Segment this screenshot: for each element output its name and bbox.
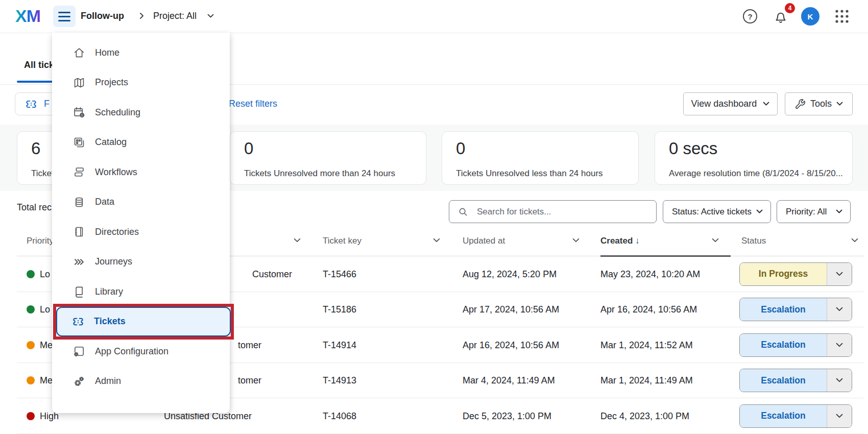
column-header-status[interactable]: Status	[741, 236, 766, 246]
menu-item-directories[interactable]: Directories	[52, 217, 230, 247]
ticket-icon	[25, 98, 38, 111]
menu-item-workflows[interactable]: Workflows	[52, 157, 230, 187]
top-bar: XM Follow-up Project: All ? 4 K	[0, 0, 868, 33]
ticket-name-cell: tomer	[238, 375, 261, 386]
menu-item-projects[interactable]: Projects	[52, 68, 230, 98]
priority-filter-dropdown[interactable]: Priority: All	[777, 200, 851, 223]
total-records-label: Total rec	[17, 202, 52, 213]
status-filter-dropdown[interactable]: Status: Active tickets	[663, 200, 771, 223]
stat-value: 0 secs	[669, 139, 717, 158]
chevron-down-icon[interactable]	[827, 405, 852, 427]
status-dropdown[interactable]: Escalation	[739, 333, 852, 357]
column-menu-chevron-icon[interactable]	[712, 238, 719, 243]
created-cell: Dec 4, 2023, 1:00 PM	[600, 411, 689, 421]
priority-cell: Lo	[40, 304, 50, 315]
priority-dot-low	[27, 305, 35, 314]
ticket-key-cell: T-14068	[323, 411, 356, 421]
stat-label: Tickets Unresolved less than 24 hours	[456, 168, 603, 179]
sort-desc-arrow-icon: ↓	[635, 236, 640, 246]
annotation-highlight-box: Tickets	[53, 304, 234, 340]
directories-icon	[73, 225, 86, 238]
column-menu-chevron-icon[interactable]	[851, 238, 858, 243]
priority-dot-low	[27, 270, 35, 278]
search-icon	[457, 206, 469, 218]
admin-icon	[73, 375, 86, 388]
help-icon[interactable]: ?	[743, 9, 757, 23]
column-menu-chevron-icon[interactable]	[433, 238, 440, 243]
updated-at-cell: Aug 12, 2024, 5:20 PM	[463, 269, 557, 279]
stat-card-unresolved-less-24h: 0 Tickets Unresolved less than 24 hours	[442, 131, 639, 185]
chevron-down-icon	[836, 209, 842, 214]
hamburger-menu-button[interactable]	[53, 6, 76, 27]
tickets-page: XM Follow-up Project: All ? 4 K	[0, 0, 868, 434]
priority-cell: Me	[40, 375, 53, 386]
chevron-down-icon[interactable]	[827, 298, 852, 321]
stat-card-avg-resolution: 0 secs Average resolution time (8/1/2024…	[655, 131, 853, 185]
status-dropdown[interactable]: In Progress	[739, 262, 852, 286]
created-cell: Mar 1, 2024, 11:52 AM	[600, 340, 693, 350]
ticket-search[interactable]	[449, 200, 657, 223]
updated-at-cell: Dec 5, 2023, 1:00 PM	[463, 411, 551, 421]
status-badge: Escalation	[740, 334, 827, 356]
library-icon	[73, 285, 86, 298]
priority-cell: Me	[40, 340, 53, 350]
tools-button[interactable]: Tools	[785, 92, 853, 115]
priority-dot-medium	[27, 341, 35, 349]
menu-item-library[interactable]: Library	[52, 277, 230, 307]
global-nav-menu: Home Projects Scheduling	[52, 33, 230, 413]
breadcrumb-project-selector[interactable]: Project: All	[153, 11, 197, 21]
scheduling-icon	[73, 106, 86, 119]
ticket-key-cell: T-15466	[323, 269, 356, 279]
menu-item-catalog[interactable]: Catalog	[52, 128, 230, 158]
menu-item-data[interactable]: Data	[52, 187, 230, 218]
breadcrumb-section[interactable]: Follow-up	[81, 11, 124, 21]
menu-item-admin[interactable]: Admin	[52, 367, 230, 397]
stat-label: Average resolution time (8/1/2024 - 8/15…	[669, 168, 843, 179]
app-grid-icon[interactable]	[834, 9, 850, 24]
chevron-down-icon	[836, 102, 843, 106]
reset-filters-link[interactable]: Reset filters	[229, 99, 277, 109]
stat-value: 0	[456, 139, 465, 158]
menu-item-journeys[interactable]: Journeys	[52, 247, 230, 277]
ticket-name-cell: Customer	[252, 269, 292, 279]
chevron-down-icon[interactable]	[827, 369, 852, 392]
view-dashboard-button[interactable]: View dashboard	[683, 92, 778, 115]
stat-value: 6	[31, 139, 40, 158]
column-menu-chevron-icon[interactable]	[572, 238, 580, 243]
avatar[interactable]: K	[801, 7, 819, 26]
stat-card-unresolved-more-24h: 0 Tickets Unresolved more than 24 hours	[230, 131, 426, 185]
updated-at-cell: Apr 16, 2024, 10:56 AM	[463, 340, 559, 350]
status-dropdown[interactable]: Escalation	[739, 404, 852, 428]
menu-item-tickets[interactable]: Tickets	[52, 307, 230, 337]
status-dropdown[interactable]: Escalation	[739, 298, 852, 321]
menu-item-app-configuration[interactable]: App Configuration	[52, 336, 230, 367]
stat-label: Tickets Unresolved more than 24 hours	[244, 168, 395, 179]
column-header-priority[interactable]: Priority	[27, 236, 54, 246]
ticket-key-cell: T-15186	[323, 304, 356, 315]
tab-all-tickets[interactable]: All tick	[24, 60, 54, 70]
chevron-down-icon[interactable]	[207, 14, 214, 18]
ticket-key-cell: T-14914	[323, 340, 356, 350]
column-header-created[interactable]: Created ↓	[600, 236, 640, 246]
chevron-down-icon[interactable]	[827, 263, 852, 285]
ticket-key-cell: T-14913	[323, 375, 356, 386]
chevron-right-icon	[139, 12, 145, 19]
column-menu-chevron-icon[interactable]	[294, 238, 301, 243]
status-badge: Escalation	[740, 405, 827, 427]
chevron-down-icon[interactable]	[827, 334, 852, 356]
search-input[interactable]	[476, 206, 656, 218]
status-badge: Escalation	[740, 369, 827, 392]
menu-item-scheduling[interactable]: Scheduling	[52, 98, 230, 128]
stat-label: Ticket	[31, 168, 54, 179]
status-dropdown[interactable]: Escalation	[739, 369, 852, 392]
journeys-icon	[73, 255, 86, 269]
created-cell: May 23, 2024, 10:20 AM	[600, 269, 700, 279]
wrench-icon	[794, 99, 806, 110]
tickets-active-item[interactable]: Tickets	[56, 307, 231, 337]
updated-at-cell: Mar 4, 2024, 11:49 AM	[463, 375, 555, 386]
chevron-down-icon	[763, 102, 769, 106]
created-cell: Mar 1, 2024, 11:49 AM	[600, 375, 693, 386]
menu-item-home[interactable]: Home	[52, 38, 230, 68]
column-header-updated-at[interactable]: Updated at	[463, 236, 505, 246]
column-header-ticket-key[interactable]: Ticket key	[323, 236, 361, 246]
